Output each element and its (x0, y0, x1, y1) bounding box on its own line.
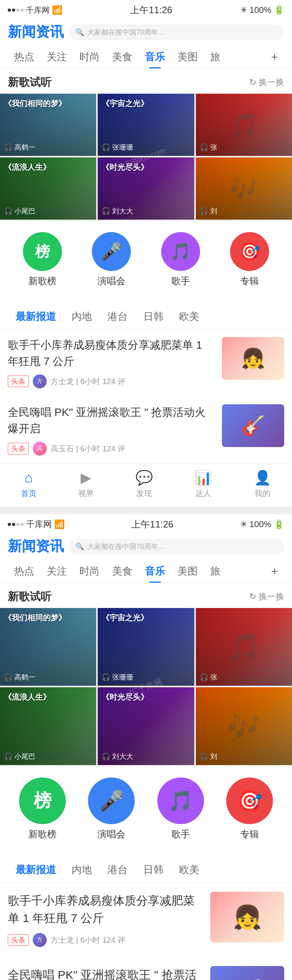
music-card-4[interactable]: 《流浪人生》 🎧 小尾巴 (0, 157, 96, 220)
discover-icon: 💬 (135, 470, 153, 486)
news-tab-japan-korea[interactable]: 日韩 (135, 307, 171, 329)
tab-music-2[interactable]: 音乐 (139, 560, 171, 583)
tab-food-2[interactable]: 美食 (106, 560, 139, 583)
tab-travel[interactable]: 旅 (204, 45, 227, 68)
concert-icon-2: 🎤 (99, 789, 124, 813)
icon-circle-chart-2: 榜 (19, 777, 66, 824)
news-tab-latest[interactable]: 最新报道 (8, 307, 64, 329)
icon-chart[interactable]: 榜 新歌榜 (23, 232, 62, 287)
icon-label-singer: 歌手 (171, 275, 190, 287)
discover-label: 发现 (136, 488, 152, 499)
icon-circle-concert: 🎤 (92, 232, 131, 271)
tab-follow-2[interactable]: 关注 (40, 560, 73, 583)
icon-circle-concert-2: 🎤 (88, 777, 135, 824)
nav-tabs: 热点 关注 时尚 美食 音乐 美图 旅 + (0, 45, 292, 69)
news-tab-west[interactable]: 欧美 (171, 307, 207, 329)
chart-icon: 榜 (35, 242, 50, 262)
news-tab-mainland-2[interactable]: 内地 (64, 860, 100, 882)
news-title-l1: 歌手千小库养成易瘦体质分享减肥菜单 1 年狂甩 7 公斤 (8, 892, 204, 927)
icon-concert[interactable]: 🎤 演唱会 (92, 232, 131, 287)
bottom-nav-home[interactable]: ⌂ 首页 (21, 470, 37, 499)
news-tab-mainland[interactable]: 内地 (64, 307, 100, 329)
music-grid-wrapper-2: 《我们相同的梦》 🎧 高鹤一 《宇宙之光》 🎧 张珊珊 🎵 🎧 张 《流浪人生》 (0, 608, 292, 767)
battery-icon: 🔋 (274, 5, 284, 15)
news-avatar-1: 方 (33, 374, 47, 388)
news-item-l1[interactable]: 歌手千小库养成易瘦体质分享减肥菜单 1 年狂甩 7 公斤 头条 方 方士龙 | … (0, 882, 292, 957)
tab-photo[interactable]: 美图 (171, 45, 204, 68)
news-tab-japan-korea-2[interactable]: 日韩 (135, 860, 171, 882)
bottom-nav: ⌂ 首页 ▶ 视界 💬 发现 📊 达人 👤 我的 (0, 464, 292, 507)
card-artist-l3: 🎧 张 (200, 673, 217, 682)
music-card-l4[interactable]: 《流浪人生》 🎧 小尾巴 (0, 687, 96, 765)
icon-singer-2[interactable]: 🎵 歌手 (157, 777, 204, 840)
news-item-l2[interactable]: 全民嗨唱 PK" 亚洲摇滚歌王 " 抢票活动火爆开启 头条 高 高玉石 | 6小… (0, 957, 292, 980)
tab-more[interactable]: + (265, 46, 284, 68)
dot4 (21, 9, 24, 12)
card-artist-l1: 🎧 高鹤一 (4, 673, 35, 682)
tab-fashion[interactable]: 时尚 (73, 45, 106, 68)
bottom-nav-profile[interactable]: 👤 我的 (254, 470, 271, 499)
news-tab-west-2[interactable]: 欧美 (171, 860, 207, 882)
news-tab-latest-2[interactable]: 最新报道 (8, 860, 64, 882)
tab-photo-2[interactable]: 美图 (171, 560, 204, 583)
news-tab-hktw-2[interactable]: 港台 (100, 860, 135, 882)
news-tag-1: 头条 (8, 376, 29, 387)
bottom-nav-video[interactable]: ▶ 视界 (78, 470, 94, 499)
signal-dots (8, 9, 24, 12)
refresh-action[interactable]: ↻ 换一换 (249, 77, 284, 88)
news-tabs: 最新报道 内地 港台 日韩 欧美 (0, 300, 292, 329)
music-card-l1[interactable]: 《我们相同的梦》 🎧 高鹤一 (0, 608, 96, 686)
music-card-3[interactable]: 🎵 🎧 张 (196, 94, 292, 156)
tab-more-2[interactable]: + (265, 560, 284, 583)
tab-hot[interactable]: 热点 (8, 45, 40, 68)
search-bar-2[interactable]: 🔍 大家都在搜中国70周年... (69, 539, 284, 554)
news-author-2: 高玉石 | 6小时 124 评 (51, 444, 125, 454)
status-bar: 千库网 📶 上午11:26 ✳ 100% 🔋 (0, 0, 292, 19)
brand-title: 新闻资讯 (8, 23, 64, 42)
refresh-action-2[interactable]: ↻ 换一换 (249, 591, 284, 603)
tab-hot-2[interactable]: 热点 (8, 560, 40, 583)
music-card-1[interactable]: 《我们相同的梦》 🎧 高鹤一 (0, 94, 96, 156)
tab-follow[interactable]: 关注 (40, 45, 73, 68)
music-grid-wrapper: 《我们相同的梦》 🎧 高鹤一 《宇宙之光》 🎧 张珊珊 🎵 🎧 张 (0, 94, 292, 221)
icon-album-2[interactable]: 🎯 专辑 (226, 777, 273, 840)
signal-dots-2 (8, 523, 24, 526)
tab-music[interactable]: 音乐 (139, 45, 171, 68)
music-card-2[interactable]: 《宇宙之光》 🎧 张珊珊 (98, 94, 194, 156)
tab-food[interactable]: 美食 (106, 45, 139, 68)
news-tab-hktw[interactable]: 港台 (100, 307, 135, 329)
bottom-nav-discover[interactable]: 💬 发现 (135, 470, 153, 499)
dot2 (12, 9, 15, 12)
bottom-nav-talent[interactable]: 📊 达人 (195, 470, 212, 499)
app-header: 新闻资讯 🔍 大家都在搜中国70周年... (0, 19, 292, 45)
card-artist-1: 🎧 高鹤一 (4, 143, 35, 152)
music-card-l6[interactable]: 🎶 🎧 刘 (196, 687, 292, 765)
news-avatar-l1: 方 (33, 933, 47, 947)
icon-chart-2[interactable]: 榜 新歌榜 (19, 777, 66, 840)
music-card-5[interactable]: 《时光尽头》 🎧 刘大大 (98, 157, 194, 220)
video-label: 视界 (78, 488, 94, 499)
icon-album[interactable]: 🎯 专辑 (230, 232, 269, 287)
talent-label: 达人 (195, 488, 211, 499)
news-item-1[interactable]: 歌手千小库养成易瘦体质分享减肥菜单 1 年狂甩 7 公斤 头条 方 方士龙 | … (0, 329, 292, 397)
music-card-6[interactable]: 🎶 🎧 刘 (196, 157, 292, 220)
music-card-l2[interactable]: 《宇宙之光》 🎧 张珊珊 (98, 608, 194, 686)
card-title-l1: 《我们相同的梦》 (4, 613, 92, 623)
card-artist-4: 🎧 小尾巴 (4, 206, 35, 216)
news-title-1: 歌手千小库养成易瘦体质分享减肥菜单 1 年狂甩 7 公斤 (8, 337, 216, 370)
icon-circle-album: 🎯 (230, 232, 269, 271)
music-card-l3[interactable]: 🎵 🎧 张 (196, 608, 292, 686)
new-songs-header-2: 新歌试听 ↻ 换一换 (0, 583, 292, 608)
search-bar[interactable]: 🔍 大家都在搜中国70周年... (69, 24, 284, 40)
icon-singer[interactable]: 🎵 歌手 (161, 232, 200, 287)
brand-title-2: 新闻资讯 (8, 537, 64, 556)
icon-concert-2[interactable]: 🎤 演唱会 (88, 777, 135, 840)
new-songs-header: 新歌试听 ↻ 换一换 (0, 69, 292, 94)
tab-travel-2[interactable]: 旅 (204, 560, 227, 583)
news-item-2[interactable]: 全民嗨唱 PK" 亚洲摇滚歌王 " 抢票活动火爆开启 头条 高 高玉石 | 6小… (0, 397, 292, 464)
tab-fashion-2[interactable]: 时尚 (73, 560, 106, 583)
singer-icon-2: 🎵 (168, 789, 193, 813)
music-card-l5[interactable]: 《时光尽头》 🎧 刘大大 (98, 687, 194, 765)
news-meta-1: 头条 方 方士龙 | 6小时 124 评 (8, 374, 216, 388)
news-thumb-l1: 👧 (210, 892, 284, 942)
